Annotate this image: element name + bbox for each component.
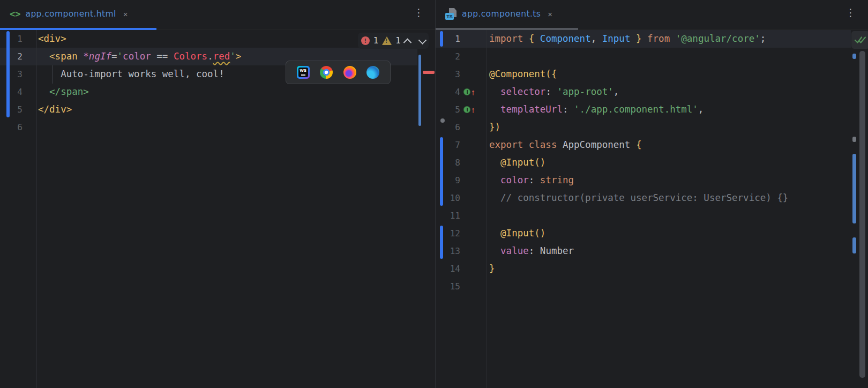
line-number: 4 bbox=[0, 83, 36, 101]
firefox-browser-icon[interactable] bbox=[343, 66, 356, 79]
line-number: 8 bbox=[436, 154, 487, 171]
tab-app-component-ts[interactable]: TS app.component.ts × bbox=[436, 0, 578, 30]
line-number: 2 bbox=[0, 48, 36, 65]
change-marker-bar bbox=[440, 137, 443, 206]
change-marker-bar bbox=[440, 31, 443, 47]
code-line: Auto-import works well, cool! bbox=[38, 65, 241, 83]
typescript-file-icon: TS bbox=[445, 8, 457, 20]
line-number: 9 bbox=[436, 171, 487, 189]
code-editor-ts[interactable]: import { Component, Input } from '@angul… bbox=[489, 30, 788, 295]
line-number: 2 bbox=[436, 48, 487, 65]
tab-bar-right: TS app.component.ts × ⋮ bbox=[436, 0, 868, 30]
open-in-browser-toolbar: WS bbox=[286, 61, 391, 84]
code-editor-html[interactable]: <div> <span *ngIf='color == Colors.red'>… bbox=[38, 30, 241, 136]
stripe-change-mark bbox=[852, 237, 856, 253]
line-number: 7 bbox=[436, 136, 487, 154]
no-problems-double-check-icon bbox=[855, 36, 866, 44]
line-number: 6 bbox=[0, 118, 36, 136]
code-line bbox=[489, 48, 788, 65]
gutter-left: 123456 bbox=[0, 30, 37, 388]
code-line: value: Number bbox=[489, 242, 788, 260]
line-number: 15 bbox=[436, 278, 487, 295]
code-line: import { Component, Input } from '@angul… bbox=[489, 30, 788, 48]
line-number: 14 bbox=[436, 260, 487, 278]
code-line bbox=[489, 278, 788, 295]
line-number: 4↑ bbox=[436, 83, 487, 101]
code-line: </span> bbox=[38, 83, 241, 101]
code-line: export class AppComponent { bbox=[489, 136, 788, 154]
stripe-change-mark bbox=[852, 154, 856, 223]
gutter-right: 1234↑5↑6789101112131415 bbox=[436, 30, 487, 388]
tab-label: app.component.ts bbox=[462, 9, 541, 19]
line-number: 3 bbox=[436, 65, 487, 83]
code-line: color: string bbox=[489, 171, 788, 189]
code-line: }) bbox=[489, 118, 788, 136]
line-number: 1 bbox=[0, 30, 36, 48]
angular-input-gutter-icon[interactable]: ↑ bbox=[463, 88, 475, 96]
code-line: // constructor(private userService: User… bbox=[489, 189, 788, 207]
code-line: </div> bbox=[38, 101, 241, 118]
inspections-widget[interactable]: 1 1 bbox=[358, 33, 429, 49]
edge-browser-icon[interactable] bbox=[366, 66, 379, 79]
change-marker-bar bbox=[6, 31, 10, 117]
previous-problem-chevron-icon[interactable] bbox=[403, 38, 412, 47]
line-number: 13 bbox=[436, 242, 487, 260]
line-number: 5 bbox=[0, 101, 36, 118]
stripe-error-mark bbox=[423, 71, 435, 74]
error-icon bbox=[361, 36, 370, 45]
editor-pane-html: <> app.component.html × ⋮ 123456 <div> <… bbox=[0, 0, 435, 388]
chrome-browser-icon[interactable] bbox=[320, 66, 333, 79]
code-line: @Input() bbox=[489, 154, 788, 171]
tab-bar-left: <> app.component.html × ⋮ bbox=[0, 0, 435, 30]
stripe-change-mark bbox=[852, 54, 856, 59]
html-file-icon: <> bbox=[10, 10, 20, 19]
error-count: 1 bbox=[373, 36, 379, 46]
webstorm-browser-icon[interactable]: WS bbox=[297, 66, 310, 79]
line-number: 1 bbox=[436, 30, 487, 48]
line-number: 5↑ bbox=[436, 101, 487, 118]
line-number: 11 bbox=[436, 207, 487, 225]
next-problem-chevron-icon[interactable] bbox=[418, 36, 427, 44]
warning-count: 1 bbox=[395, 36, 401, 46]
stripe-dim-mark bbox=[852, 137, 856, 142]
angular-input-gutter-icon[interactable]: ↑ bbox=[463, 106, 475, 114]
change-marker-bar bbox=[440, 226, 443, 259]
ide-window: <> app.component.html × ⋮ 123456 <div> <… bbox=[0, 0, 868, 388]
editor-options-kebab-icon[interactable]: ⋮ bbox=[845, 8, 855, 19]
code-line: <div> bbox=[38, 30, 241, 48]
line-number: 12 bbox=[436, 225, 487, 242]
code-line: @Input() bbox=[489, 225, 788, 242]
warning-icon bbox=[382, 36, 392, 45]
code-line: templateUrl: './app.component.html', bbox=[489, 101, 788, 118]
close-tab-icon[interactable]: × bbox=[123, 10, 128, 18]
editor-pane-ts: TS app.component.ts × ⋮ 1234↑5↑678910111… bbox=[435, 0, 868, 388]
indent-guide bbox=[52, 65, 53, 84]
inspections-ok-widget[interactable] bbox=[851, 31, 868, 49]
close-tab-icon[interactable]: × bbox=[548, 10, 552, 18]
tab-label: app.component.html bbox=[25, 9, 116, 19]
vertical-scrollbar-thumb[interactable] bbox=[859, 51, 865, 378]
editor-options-kebab-icon[interactable]: ⋮ bbox=[414, 8, 423, 19]
line-number: 10 bbox=[436, 189, 487, 207]
gutter-gray-dot bbox=[440, 118, 445, 123]
stripe-change-mark bbox=[418, 55, 421, 126]
code-line: <span *ngIf='color == Colors.red'> bbox=[38, 48, 241, 65]
code-line: } bbox=[489, 260, 788, 278]
code-line: @Component({ bbox=[489, 65, 788, 83]
code-line: selector: 'app-root', bbox=[489, 83, 788, 101]
code-line bbox=[38, 118, 241, 136]
tab-app-component-html[interactable]: <> app.component.html × bbox=[0, 0, 156, 30]
line-number: 3 bbox=[0, 65, 36, 83]
code-line bbox=[489, 207, 788, 225]
